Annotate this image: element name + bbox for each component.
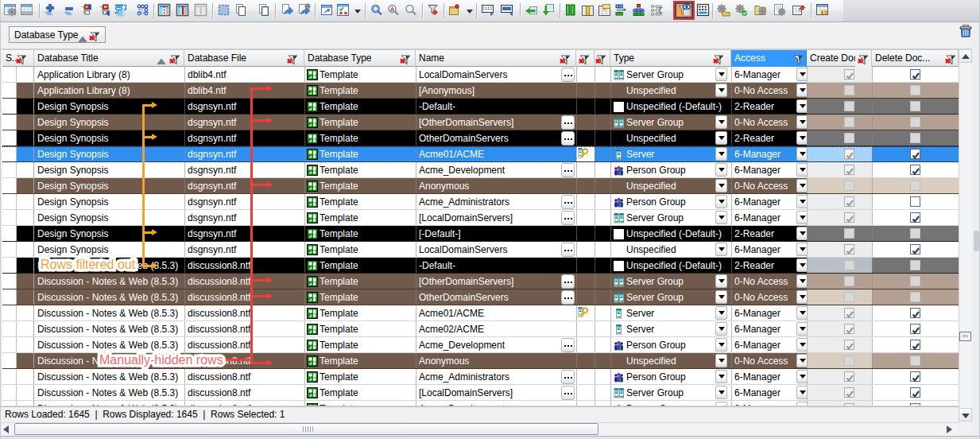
svg-text:A: A: [390, 6, 394, 12]
